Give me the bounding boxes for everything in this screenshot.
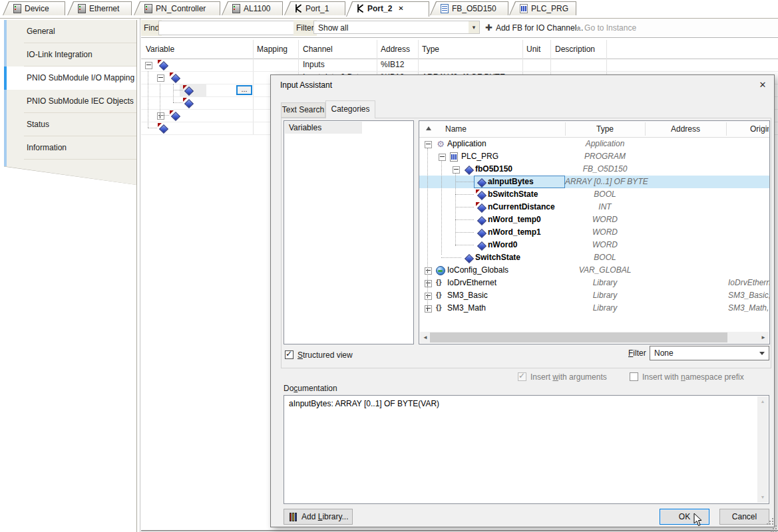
expand-icon[interactable] [425,267,432,275]
scrollbar-thumb[interactable] [430,332,727,342]
scroll-down-icon[interactable]: ▼ [757,492,768,503]
sidebar-item-io-link-integration[interactable]: IO-Link Integration [7,43,136,66]
dialog-filter-dropdown[interactable]: None [650,346,769,360]
scroll-up-icon[interactable]: ▲ [757,396,768,407]
tab-fb_o5d150[interactable]: FB_O5D150 [430,1,508,15]
insert-with-namespace-checkbox[interactable] [630,372,638,381]
device-icon [232,4,240,13]
close-icon[interactable]: ✕ [757,79,769,91]
tree-column-header-origin[interactable]: Origin [750,121,769,137]
goto-instance-icon: ➜ [574,20,581,36]
var-icon [464,253,473,262]
tree-row-switchstate[interactable]: SwitchStateBOOL [419,251,769,264]
io-table-row[interactable]: Inputs%IB12 [141,59,778,72]
chevron-down-icon[interactable]: ▾ [469,21,479,33]
tree-item-type: ARRAY [0..1] OF BYTE [565,176,645,188]
tree-line [455,194,474,195]
tree-column-header-type[interactable]: Type [565,121,645,137]
tab-port_1[interactable]: Port_1 [284,1,345,15]
tree-line [173,90,182,90]
tree-line [173,102,182,103]
scroll-left-icon[interactable]: ◄ [420,332,431,343]
tree-row-ioconfig_globals[interactable]: IoConfig_GlobalsVAR_GLOBAL [419,264,769,277]
sidebar-item-pnio-submodule-iec-objects[interactable]: PNIO SubModule IEC Objects [7,90,136,113]
structured-view-label: Structured view [297,350,353,360]
find-input[interactable] [158,21,299,35]
expand-icon[interactable] [425,305,432,313]
tree-row-sm3_basic[interactable]: {}SM3_BasicLibrarySM3_Basic, [419,289,769,302]
tree-line [160,115,169,116]
collapse-icon[interactable] [425,141,432,148]
tree-item-type: Library [565,302,645,315]
tab-al1100[interactable]: AL1100 [222,1,283,15]
documentation-text: aInputBytes: ARRAY [0..1] OF BYTE(VAR) [289,399,753,408]
categories-pane: Variables [284,120,414,344]
filter-dropdown[interactable]: Show all ▾ [313,21,480,34]
io-column-header-type: Type [422,40,439,59]
tree-item-origin: SM3_Math, [728,302,769,315]
io-column-header-description: Description [555,40,595,59]
sidebar-item-information[interactable]: Information [7,136,136,160]
add-library-button[interactable]: Add Library... [284,509,353,525]
category-item-variables[interactable]: Variables [285,122,362,134]
sidebar-item-general[interactable]: General [7,20,136,43]
variable-browse-button[interactable]: ... [236,85,252,95]
dialog-tab-text-search[interactable]: Text Search [281,102,325,118]
expand-icon[interactable] [157,112,164,120]
expand-icon[interactable] [425,280,432,287]
tree-row-plc_prg[interactable]: PLC_PRGPROGRAM [419,150,769,163]
tree-row-application[interactable]: ⚙ApplicationApplication [419,138,769,150]
tree-line [455,232,474,233]
tree-item-type: INT [565,201,645,213]
tree-item-type: Application [565,138,645,150]
collapse-icon[interactable] [145,62,152,69]
tree-line [148,128,157,128]
io-column-header-address: Address [381,40,410,59]
chevron-down-icon [759,352,765,355]
tab-pn_controller[interactable]: PN_Controller [134,1,220,15]
collapse-icon[interactable] [453,166,460,174]
tab-port_2[interactable]: Port_2✕ [346,1,429,17]
documentation-scrollbar[interactable]: ▲ ▼ [757,396,768,503]
library-books-icon [290,513,297,521]
tab-device[interactable]: Device [3,1,65,15]
tree-column-header-name[interactable]: Name [445,121,558,137]
mouse-cursor [693,513,704,527]
tree-row-sm3_math[interactable]: {}SM3_MathLibrarySM3_Math, [419,302,769,315]
var-input-icon [477,203,485,211]
dialog-resize-grip[interactable] [766,518,775,527]
collapse-icon[interactable] [439,154,446,161]
tree-item-type: WORD [565,226,645,239]
collapse-icon[interactable] [157,74,164,82]
close-tab-icon[interactable]: ✕ [398,5,403,12]
tree-row-fbo5d150[interactable]: fbO5D150FB_O5D150 [419,163,769,176]
var-icon [477,215,485,224]
port-icon [295,4,302,13]
tree-item-name: Application [447,138,486,150]
tab-ethernet[interactable]: Ethernet [67,1,132,15]
tree-item-name: nWord0 [488,239,517,251]
tab-plc_prg[interactable]: PLC_PRG [509,1,576,15]
tree-column-header-address[interactable]: Address [645,121,726,137]
sidebar-item-pnio-submodule-i-o-mapping[interactable]: PNIO SubModule I/O Mapping [7,66,136,90]
tree-line [441,161,442,255]
expand-icon[interactable] [425,293,432,300]
tree-line [455,182,474,182]
tree-item-name: aInputBytes [488,176,534,188]
dialog-tab-categories[interactable]: Categories [325,100,375,118]
io-var-icon [184,98,192,107]
var-icon [477,228,485,237]
tree-line [160,84,160,115]
tree-row-iodrvethernet[interactable]: {}IoDrvEthernetLibraryIoDrvEthern [419,277,769,289]
plus-icon: ✚ [485,20,492,36]
horizontal-scrollbar[interactable]: ◄ ► [420,332,769,343]
insert-with-arguments-checkbox [518,372,526,381]
tree-item-type: Library [565,289,645,302]
add-fb-button[interactable]: ✚ Add FB for IO Channel... [485,20,583,36]
cancel-button[interactable]: Cancel [719,509,769,525]
structured-view-checkbox[interactable] [285,350,293,359]
sidebar-item-status[interactable]: Status [7,113,136,136]
dialog-title: Input Assistant [280,80,332,90]
tree-rows: ⚙ApplicationApplicationPLC_PRGPROGRAMfbO… [419,138,769,332]
scroll-right-icon[interactable]: ► [758,332,769,343]
